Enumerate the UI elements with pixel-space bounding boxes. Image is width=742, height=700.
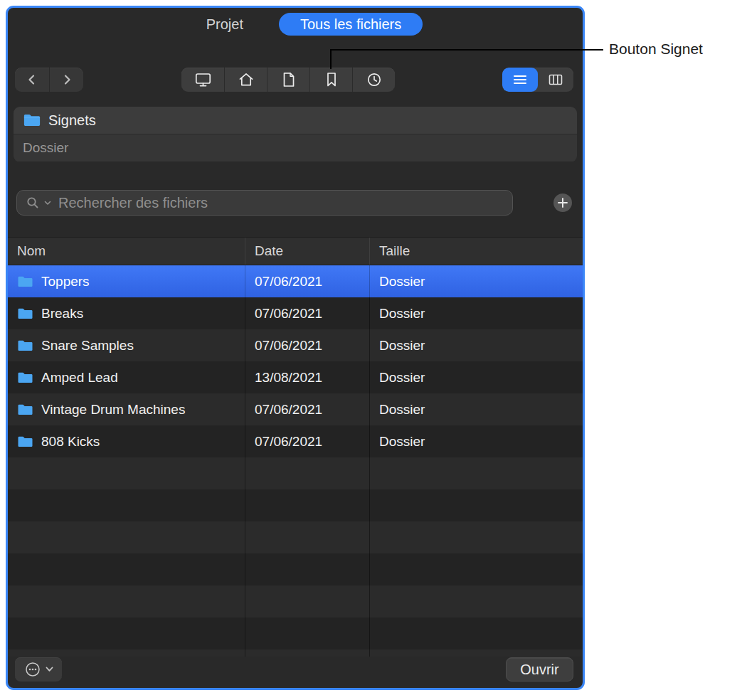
empty-row <box>8 457 583 489</box>
bookmark-icon <box>324 71 339 88</box>
file-size: Dossier <box>370 329 583 361</box>
table-header: Nom Date Taille <box>8 237 583 265</box>
file-date: 07/06/2021 <box>245 297 370 329</box>
file-date: 07/06/2021 <box>245 329 370 361</box>
selection-name-row[interactable]: Signets <box>14 107 577 134</box>
empty-row <box>8 617 583 649</box>
file-date: 07/06/2021 <box>245 265 370 297</box>
nav-buttons <box>15 68 83 92</box>
file-name: Vintage Drum Machines <box>41 402 185 418</box>
tab-tous-les-fichiers[interactable]: Tous les fichiers <box>279 13 423 36</box>
file-list: Toppers 07/06/2021 Dossier Breaks 07/06/… <box>8 265 583 657</box>
search-icon <box>26 196 40 210</box>
file-size: Dossier <box>370 361 583 393</box>
view-buttons <box>502 68 573 92</box>
folder-icon <box>23 113 41 127</box>
chevron-down-icon <box>46 667 53 672</box>
folder-icon <box>17 435 33 448</box>
callout-line-vertical <box>330 49 332 69</box>
recents-button[interactable] <box>352 68 395 92</box>
computer-button[interactable] <box>181 68 224 92</box>
file-name: Amped Lead <box>41 370 118 386</box>
chevron-left-icon <box>25 73 39 87</box>
selection-info-panel: Signets Dossier <box>14 107 577 162</box>
search-placeholder: Rechercher des fichiers <box>58 195 208 211</box>
file-date: 13/08/2021 <box>245 361 370 393</box>
file-source-tabs: Projet Tous les fichiers <box>18 13 585 36</box>
more-options-button[interactable] <box>15 657 62 682</box>
folder-icon <box>17 339 33 352</box>
file-browser-window: Projet Tous les fichiers <box>6 6 585 690</box>
table-row[interactable]: 808 Kicks 07/06/2021 Dossier <box>8 425 583 457</box>
recents-clock-icon <box>366 71 383 88</box>
list-view-button[interactable] <box>502 68 538 92</box>
document-icon <box>281 71 297 88</box>
home-icon <box>238 71 255 88</box>
folder-icon <box>17 307 33 320</box>
list-view-icon <box>512 73 528 86</box>
file-name: Snare Samples <box>41 338 134 354</box>
column-header-date[interactable]: Date <box>245 238 370 265</box>
search-input[interactable]: Rechercher des fichiers <box>16 190 513 216</box>
empty-row <box>8 553 583 585</box>
column-header-taille[interactable]: Taille <box>370 238 583 265</box>
folder-icon <box>17 371 33 384</box>
open-button[interactable]: Ouvrir <box>506 657 573 682</box>
window-content: Projet Tous les fichiers <box>8 8 583 688</box>
home-button[interactable] <box>224 68 267 92</box>
back-button[interactable] <box>15 68 49 92</box>
tab-projet[interactable]: Projet <box>189 13 260 36</box>
add-button[interactable] <box>553 193 573 213</box>
selection-kind-row: Dossier <box>14 134 577 161</box>
selection-kind: Dossier <box>23 140 68 156</box>
empty-row <box>8 649 583 657</box>
column-header-nom[interactable]: Nom <box>8 238 245 265</box>
callout-line-horizontal <box>330 49 603 51</box>
empty-row <box>8 585 583 617</box>
file-name: Breaks <box>41 306 83 322</box>
forward-button[interactable] <box>49 68 83 92</box>
plus-icon <box>553 193 573 213</box>
computer-icon <box>194 71 212 88</box>
chevron-right-icon <box>60 73 74 87</box>
table-row[interactable]: Vintage Drum Machines 07/06/2021 Dossier <box>8 393 583 425</box>
file-name: Toppers <box>41 274 90 290</box>
file-name: 808 Kicks <box>41 434 100 450</box>
file-size: Dossier <box>370 265 583 297</box>
table-row[interactable]: Snare Samples 07/06/2021 Dossier <box>8 329 583 361</box>
table-row[interactable]: Toppers 07/06/2021 Dossier <box>8 265 583 297</box>
ellipsis-circle-icon <box>24 661 41 678</box>
file-date: 07/06/2021 <box>245 425 370 457</box>
file-size: Dossier <box>370 297 583 329</box>
column-view-button[interactable] <box>538 68 573 92</box>
file-size: Dossier <box>370 393 583 425</box>
table-row[interactable]: Amped Lead 13/08/2021 Dossier <box>8 361 583 393</box>
documents-button[interactable] <box>267 68 309 92</box>
table-row[interactable]: Breaks 07/06/2021 Dossier <box>8 297 583 329</box>
file-date: 07/06/2021 <box>245 393 370 425</box>
folder-icon <box>17 403 33 416</box>
empty-row <box>8 489 583 521</box>
file-size: Dossier <box>370 425 583 457</box>
column-view-icon <box>548 73 563 86</box>
bookmarks-button[interactable] <box>309 68 352 92</box>
location-buttons <box>181 68 395 92</box>
empty-row <box>8 521 583 553</box>
callout-label: Bouton Signet <box>609 41 703 58</box>
selection-name: Signets <box>48 112 96 129</box>
folder-icon <box>17 275 33 288</box>
search-options-chevron-icon[interactable] <box>44 201 51 206</box>
